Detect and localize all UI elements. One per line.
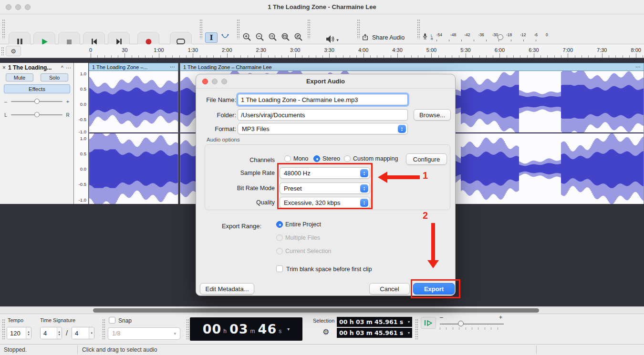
amplitude-scale-label: 0.0 <box>80 166 86 172</box>
grip-handle[interactable] <box>2 19 5 39</box>
timeline-tick: 3:00 <box>290 47 300 53</box>
dialog-minimize-button[interactable] <box>212 79 218 84</box>
dialog-close-button[interactable] <box>202 79 208 84</box>
playback-speed-slider-thumb[interactable] <box>458 321 464 326</box>
channels-custom-mapping-radio[interactable]: Custom mapping <box>344 155 398 162</box>
selection-tool-button[interactable]: I <box>205 32 218 43</box>
timeline-ruler[interactable]: ⚙ 0301:001:302:002:303:003:304:004:305:0… <box>0 44 644 58</box>
amplitude-scale-label: 1.0 <box>80 71 86 76</box>
grip-handle[interactable] <box>307 19 311 39</box>
recording-level-slider-thumb[interactable] <box>498 34 503 40</box>
grip-handle[interactable] <box>102 319 105 339</box>
range-multiple-files-radio[interactable]: Multiple Files <box>276 234 320 241</box>
envelope-tool-button[interactable] <box>219 32 231 43</box>
grip-handle[interactable] <box>199 19 203 39</box>
format-select[interactable]: MP3 Files ▲▼ <box>238 123 408 134</box>
time-signature-lower-dropdown[interactable]: ▼ <box>89 327 94 339</box>
track-title[interactable]: 1 The Loading... <box>8 64 59 71</box>
main-toolbar: I ↶ ↷ <box>0 14 644 44</box>
clip-menu-button[interactable]: ⋯ <box>635 64 641 70</box>
annotation-box-export <box>411 279 460 298</box>
selection-settings-button[interactable]: ⚙ <box>322 327 329 336</box>
trim-blank-space-checkbox[interactable] <box>276 265 283 272</box>
time-signature-lower-input[interactable] <box>72 327 89 339</box>
play-at-speed-button[interactable] <box>421 317 436 329</box>
effects-button[interactable]: Effects <box>4 84 70 93</box>
cancel-button[interactable]: Cancel <box>369 283 410 294</box>
play-at-speed-icon <box>425 320 426 325</box>
grip-handle[interactable] <box>1 47 4 55</box>
timeline-options-button[interactable]: ⚙ <box>6 46 21 56</box>
pan-slider-thumb[interactable] <box>34 112 40 117</box>
folder-input[interactable] <box>238 109 408 121</box>
radio-icon <box>284 155 291 162</box>
snap-mode-select[interactable]: 1/8 ▾ <box>108 327 180 340</box>
time-format-dropdown[interactable]: ▾ <box>287 326 290 332</box>
window-minimize-button[interactable] <box>15 4 21 10</box>
zoom-to-selection-button[interactable] <box>266 32 279 43</box>
snap-checkbox[interactable] <box>109 317 115 324</box>
grip-handle[interactable] <box>186 319 189 339</box>
window-close-button[interactable] <box>6 4 11 10</box>
track-collapse-button[interactable]: ^ <box>61 65 63 71</box>
zoom-out-button[interactable] <box>253 32 266 43</box>
time-signature-upper-input[interactable] <box>41 327 57 339</box>
clip-header[interactable]: 1 The Loading Zone –... ⋯ <box>89 63 178 71</box>
grip-handle[interactable] <box>237 19 240 39</box>
trim-blank-space-label: Trim blank space before first clip <box>286 266 372 273</box>
zoom-in-button[interactable] <box>240 32 253 43</box>
window-zoom-button[interactable] <box>25 4 31 10</box>
edit-metadata-button[interactable]: Edit Metadata... <box>200 283 254 294</box>
time-signature-upper-stepper[interactable]: ▲▼ <box>57 327 62 339</box>
gain-plus-label: + <box>65 99 70 104</box>
channels-stereo-radio[interactable]: Stereo <box>313 155 340 162</box>
meter-scale-number: -18 <box>506 32 512 37</box>
share-audio-button[interactable]: Share Audio <box>362 32 405 43</box>
fit-project-button[interactable] <box>279 32 291 43</box>
track-close-button[interactable]: × <box>2 64 6 71</box>
grip-handle[interactable] <box>417 19 420 39</box>
file-name-input[interactable] <box>238 94 408 105</box>
selection-start-value: 00 h 03 m 45.961 s <box>339 318 408 325</box>
selection-start-display[interactable]: 00 h 03 m 45.961 s ▾ <box>337 317 412 327</box>
grip-handle[interactable] <box>2 319 5 339</box>
range-current-selection-radio[interactable]: Current Selection <box>276 248 332 254</box>
tempo-input[interactable] <box>7 327 26 339</box>
amplitude-scale-label: -0.5 <box>79 182 86 187</box>
waveform-left-channel[interactable] <box>89 71 178 132</box>
mute-button[interactable]: Mute <box>6 73 33 81</box>
selection-end-display[interactable]: 00 h 03 m 45.961 s ▾ <box>337 328 412 338</box>
channels-mono-radio[interactable]: Mono <box>284 155 308 162</box>
chevron-down-icon: ▾ <box>408 320 410 324</box>
solo-button[interactable]: Solo <box>41 73 68 81</box>
horizontal-scrollbar-thumb[interactable] <box>93 308 539 313</box>
audio-position-display[interactable]: 00h 03m 46s ▾ <box>190 317 302 341</box>
horizontal-scrollbar[interactable] <box>0 306 644 314</box>
range-entire-project-radio[interactable]: Entire Project <box>276 221 321 228</box>
playback-speed-slider[interactable] <box>440 324 504 325</box>
meter-scale-number: -6 <box>534 32 538 37</box>
vertical-scale-ruler[interactable]: 1.00.50.0-0.5-1.01.00.50.0-0.5-1.0 <box>74 63 89 204</box>
timeline-tick: 1:00 <box>154 47 164 53</box>
recording-meter[interactable]: LR -54-48-42-36-30-18-12-60 <box>422 31 549 43</box>
timeline-tick: 30 <box>122 47 127 53</box>
clip-waveform-area[interactable] <box>89 71 178 204</box>
gain-slider[interactable] <box>11 101 62 102</box>
amplitude-scale-label: -0.5 <box>79 117 86 122</box>
share-icon <box>362 33 369 42</box>
configure-button[interactable]: Configure <box>406 153 447 165</box>
audio-clip[interactable]: 1 The Loading Zone –... ⋯ <box>89 63 178 204</box>
clip-menu-button[interactable]: ⋯ <box>170 64 175 70</box>
track-menu-button[interactable]: ⋯ <box>66 65 71 71</box>
clip-title: 1 The Loading Zone –... <box>92 64 168 70</box>
dialog-zoom-button[interactable] <box>221 79 227 84</box>
browse-button[interactable]: Browse... <box>414 109 451 121</box>
grip-handle[interactable] <box>415 319 418 339</box>
tempo-stepper[interactable]: ▲▼ <box>26 327 31 339</box>
grip-handle[interactable] <box>357 19 360 39</box>
clip-header[interactable]: 1 The Loading Zone – Charmaine Lee ⋯ <box>180 63 644 71</box>
waveform-right-channel[interactable] <box>89 133 178 204</box>
zoom-toggle-button[interactable] <box>292 32 304 43</box>
pan-slider[interactable] <box>11 114 62 115</box>
gain-slider-thumb[interactable] <box>34 99 40 104</box>
